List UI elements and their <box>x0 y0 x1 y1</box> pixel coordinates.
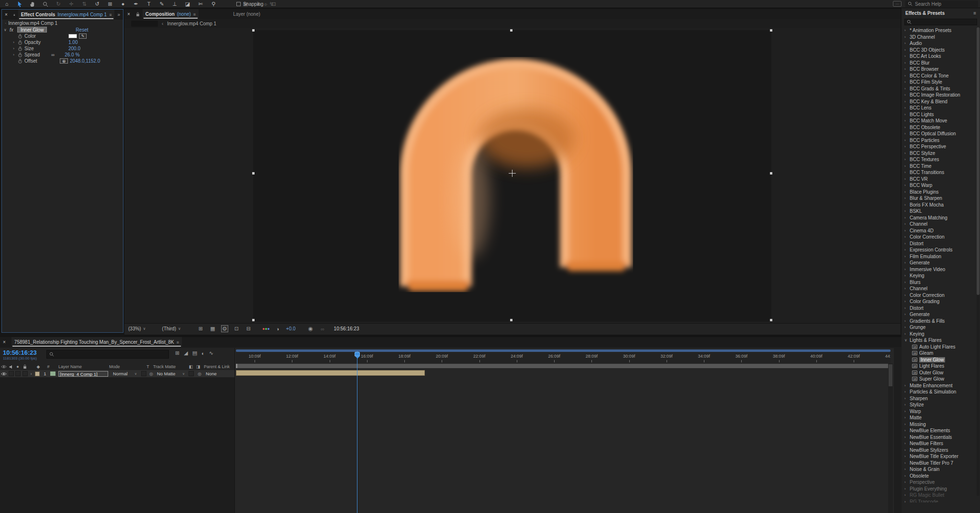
effect-category-row[interactable]: › BCC Color & Tone <box>902 73 980 79</box>
bbox-handle[interactable] <box>770 172 772 175</box>
close-panel-icon[interactable]: × <box>127 11 130 17</box>
expand-category-icon[interactable]: › <box>904 119 908 123</box>
flowchart-button[interactable] <box>131 21 158 27</box>
effect-category-row[interactable]: › Keying <box>902 273 980 279</box>
effect-category-row[interactable]: › BCC Perspective <box>902 143 980 150</box>
expand-category-icon[interactable]: › <box>904 203 908 207</box>
expand-category-icon[interactable]: › <box>904 261 908 265</box>
effect-category-row[interactable]: › Plugin Everything <box>902 486 980 492</box>
expand-category-icon[interactable]: › <box>904 48 908 52</box>
frame-blending-icon[interactable]: ▤ <box>192 350 197 356</box>
expand-category-icon[interactable]: › <box>904 454 908 458</box>
layer-name-input[interactable]: [Innerg_4 Comp 1] <box>58 371 108 377</box>
layer-name-column-header[interactable]: Layer Name <box>53 364 109 369</box>
effect-category-row[interactable]: › BCC Optical Diffusion <box>902 131 980 137</box>
effect-category-row[interactable]: › NewBlue Titler Pro 7 <box>902 460 980 467</box>
expand-category-icon[interactable]: › <box>904 493 908 497</box>
effect-item-row[interactable]: 16 Inner Glow <box>902 357 980 363</box>
panel-menu-icon[interactable]: ≡ <box>177 340 179 345</box>
effect-item-row[interactable]: 16 Outer Glow <box>902 370 980 376</box>
expand-category-icon[interactable]: › <box>904 306 908 310</box>
expand-category-icon[interactable]: › <box>904 241 908 246</box>
expand-category-icon[interactable]: › <box>904 286 908 291</box>
lock-column-icon[interactable] <box>23 364 27 369</box>
hand-tool-icon[interactable] <box>29 0 36 8</box>
expand-category-icon[interactable]: › <box>904 480 908 484</box>
orbit-camera-tool-icon[interactable]: ↻ <box>55 0 62 8</box>
stopwatch-icon[interactable] <box>18 46 22 51</box>
effect-category-row[interactable]: › Obsolete <box>902 473 980 480</box>
expand-category-icon[interactable]: › <box>904 28 908 33</box>
effect-item-label[interactable]: Gleam <box>919 350 933 356</box>
tab-effect-controls[interactable]: Effect Controls Innerglow.mp4 Comp 1 ≡ <box>18 10 115 20</box>
effect-category-row[interactable]: › BCC Grads & Tints <box>902 86 980 92</box>
effect-category-row[interactable]: › Particles & Simulation <box>902 389 980 395</box>
expand-category-icon[interactable]: › <box>904 248 908 252</box>
mode-column-header[interactable]: Mode <box>109 364 143 369</box>
expand-category-icon[interactable]: › <box>904 74 908 78</box>
offset-value[interactable]: 2048.0,1152.0 <box>70 58 100 64</box>
expand-category-icon[interactable]: › <box>904 448 908 452</box>
rotation-tool-icon[interactable]: ↺ <box>93 0 101 8</box>
show-channel-icon[interactable] <box>263 328 269 330</box>
expand-category-icon[interactable]: › <box>904 235 908 239</box>
workspace-bar-icon[interactable]: ⋯ <box>893 1 902 7</box>
effect-category-row[interactable]: › Distort <box>902 305 980 312</box>
label-column-icon[interactable]: ◆ <box>33 364 44 369</box>
expand-category-icon[interactable]: › <box>904 222 908 226</box>
expand-category-icon[interactable]: › <box>904 35 908 39</box>
effect-item-label[interactable]: Inner Glow <box>919 357 945 362</box>
switches-slot[interactable] <box>189 371 194 376</box>
guides-options-icon[interactable]: ⊟ <box>245 326 252 332</box>
roto-brush-tool-icon[interactable]: ✄ <box>197 0 204 8</box>
pen-tool-icon[interactable]: ✒ <box>132 0 140 8</box>
stopwatch-icon[interactable] <box>18 53 22 57</box>
effect-category-row[interactable]: › Stylize <box>902 402 980 408</box>
layer-visibility-eye-icon[interactable] <box>1 372 7 376</box>
expand-category-icon[interactable]: › <box>904 293 908 297</box>
effect-category-row[interactable]: › RG Trapcode <box>902 499 980 503</box>
effect-item-row[interactable]: 16 Light Flares <box>902 363 980 370</box>
color-swatch[interactable] <box>68 34 77 38</box>
effect-category-row[interactable]: › Distort <box>902 240 980 247</box>
effects-scrollbar[interactable] <box>977 27 980 496</box>
preserve-transparency-slot[interactable] <box>141 371 146 376</box>
bbox-handle[interactable] <box>252 172 255 175</box>
effect-category-row[interactable]: › NewBlue Filters <box>902 440 980 447</box>
expand-category-icon[interactable]: › <box>904 441 908 446</box>
expand-category-icon[interactable]: › <box>904 312 908 317</box>
pan-camera-tool-icon[interactable]: ✛ <box>67 0 75 8</box>
shape-tool-icon[interactable]: ● <box>119 0 127 8</box>
expand-category-icon[interactable]: › <box>904 461 908 465</box>
audio-toggle-slot[interactable] <box>9 371 14 376</box>
eraser-tool-icon[interactable]: ◪ <box>184 0 191 8</box>
effect-category-row[interactable]: › BSKL <box>902 208 980 215</box>
expand-category-icon[interactable]: › <box>904 61 908 65</box>
expand-category-icon[interactable]: › <box>904 487 908 491</box>
effect-category-row[interactable]: › Channel <box>902 285 980 292</box>
exposure-icon[interactable]: ◑ <box>274 326 281 332</box>
expand-category-icon[interactable]: › <box>904 229 908 233</box>
graph-editor-icon[interactable]: ∿ <box>209 350 213 356</box>
opacity-value[interactable]: 1.00 <box>68 40 78 45</box>
effect-category-row[interactable]: › Audio <box>902 40 980 47</box>
expand-category-icon[interactable]: › <box>904 390 908 394</box>
effect-category-row[interactable]: › BCC Match Move <box>902 118 980 124</box>
brush-tool-icon[interactable]: ✎ <box>158 0 166 8</box>
bbox-handle[interactable] <box>770 319 772 321</box>
expand-category-icon[interactable]: › <box>904 138 908 142</box>
transparency-grid-icon[interactable]: ▦ <box>209 326 216 332</box>
lock-toggle-slot[interactable] <box>22 371 28 376</box>
effect-category-row[interactable]: › BCC Art Looks <box>902 53 980 60</box>
draft-3d-icon[interactable]: ◢ <box>184 350 188 356</box>
expand-category-icon[interactable]: › <box>904 196 908 200</box>
expand-category-icon[interactable]: › <box>904 319 908 323</box>
index-column-header[interactable]: # <box>44 364 53 369</box>
expand-property-icon[interactable]: › <box>11 46 16 51</box>
expand-category-icon[interactable]: › <box>904 325 908 329</box>
effect-category-row[interactable]: › Gradients & Fills <box>902 318 980 325</box>
effect-header-row[interactable]: ∨ fx Inner Glow Reset <box>2 26 123 33</box>
bbox-handle[interactable] <box>252 29 255 32</box>
expand-category-icon[interactable]: › <box>904 164 908 168</box>
effect-category-row[interactable]: › Keying <box>902 331 980 338</box>
